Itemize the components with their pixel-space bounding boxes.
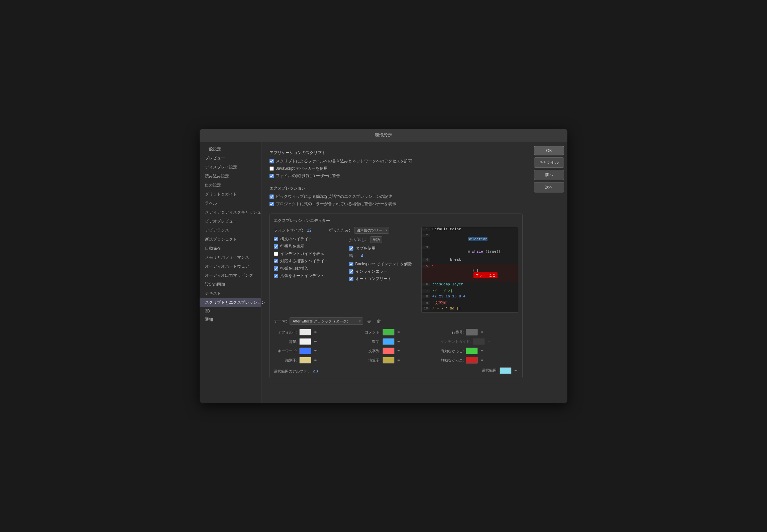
eyedropper-default[interactable]: ✒ <box>313 330 318 335</box>
color-swatch-keyword[interactable] <box>299 348 311 354</box>
sidebar-item-memory[interactable]: メモリとパフォーマンス <box>200 253 261 262</box>
color-swatch-string[interactable] <box>382 348 395 354</box>
warn-exec-row: ファイルの実行時にユーザーに警告 <box>269 173 523 179</box>
sidebar-item-grid[interactable]: グリッド＆ガイド <box>200 190 261 199</box>
line-num-2: 2 <box>422 234 430 237</box>
prev-button[interactable]: 前へ <box>534 170 564 180</box>
color-label-default: デフォルト: <box>274 330 297 335</box>
allow-files-label: スクリプトによるファイルへの書き込みとネットワークへのアクセスを許可 <box>276 158 412 164</box>
sidebar-item-text[interactable]: テキスト <box>200 289 261 298</box>
sidebar-item-notify[interactable]: 通知 <box>200 315 261 324</box>
theme-select[interactable]: After Effects クラシック（ダーク） <box>290 317 363 325</box>
inline-error-label: インラインエラー <box>355 269 388 274</box>
line-content-8: 42 23 16 15 8 4 <box>430 294 518 298</box>
fold-select[interactable]: 四角形のツリー 矢印のツリー なし <box>354 227 389 234</box>
allow-files-checkbox[interactable] <box>269 159 274 163</box>
code-line-5: 5 ➤ } } エラー：ここ <box>422 264 518 282</box>
eyedropper-keyword[interactable]: ✒ <box>313 349 318 353</box>
line-num-5: 5 <box>422 265 430 268</box>
color-label-bg: 背景: <box>274 339 297 344</box>
sidebar-item-audiohw[interactable]: オーディオハードウェア <box>200 262 261 271</box>
sidebar-item-preview[interactable]: プレビュー <box>200 154 261 163</box>
color-label-number: 数字: <box>357 339 380 344</box>
warn-exec-checkbox[interactable] <box>269 174 274 178</box>
sidebar-item-display[interactable]: ディスプレイ設定 <box>200 163 261 172</box>
color-swatch-linenum[interactable] <box>466 329 478 336</box>
eyedropper-number[interactable]: ✒ <box>397 339 401 344</box>
theme-delete-button[interactable]: 🗑 <box>375 318 382 324</box>
sidebar-item-sync[interactable]: 設定の同期 <box>200 280 261 289</box>
editor-top-row: フォントサイズ: 12 折りたたみ: 四角形のツリー 矢印のツリー なし <box>274 227 417 234</box>
color-row-comment: コメント: ✒ <box>357 329 435 336</box>
color-swatch-valid-bracket[interactable] <box>466 348 478 354</box>
color-row-keyword: キーワード: ✒ <box>274 348 352 354</box>
warn-banner-checkbox[interactable] <box>269 202 274 206</box>
code-line-3: 3 ⊟ while (true){ <box>422 245 518 258</box>
color-swatch-range[interactable] <box>500 367 512 374</box>
linenum-checkbox[interactable] <box>274 244 278 249</box>
code-line-9: 9 "文字列" <box>422 300 518 306</box>
editor-col-left: 構文のハイライト 行番号を表示 インデントガイドを表示 <box>274 236 342 283</box>
line-num-3: 3 <box>422 246 430 249</box>
sidebar-item-output[interactable]: 出力設定 <box>200 181 261 190</box>
wrap-select[interactable]: 単語 文字 なし <box>370 236 382 243</box>
color-swatch-invalid-bracket[interactable] <box>466 357 478 364</box>
sidebar-item-autosave[interactable]: 自動保存 <box>200 244 261 253</box>
eyedropper-valid-bracket[interactable]: ✒ <box>480 349 484 353</box>
eyedropper-comment[interactable]: ✒ <box>397 330 401 335</box>
indent-guide-checkbox[interactable] <box>274 252 278 256</box>
color-swatch-default[interactable] <box>299 329 311 336</box>
eyedropper-string[interactable]: ✒ <box>397 349 401 353</box>
eyedropper-invalid-bracket[interactable]: ✒ <box>480 358 484 363</box>
pickwhip-checkbox[interactable] <box>269 194 274 199</box>
code-line-2: 2 Selection <box>422 233 518 245</box>
eyedropper-range[interactable]: ✒ <box>514 368 518 373</box>
ok-button[interactable]: OK <box>534 146 564 155</box>
sidebar-item-video[interactable]: ビデオプレビュー <box>200 217 261 226</box>
sidebar-item-scripts[interactable]: スクリプトとエクスプレッション <box>200 298 261 307</box>
autocomplete-checkbox[interactable] <box>349 277 353 281</box>
highlight-checkbox[interactable] <box>274 237 278 241</box>
color-row-indent-guide: インデントガイド: ✒ <box>440 338 518 345</box>
eyedropper-linenum[interactable]: ✒ <box>480 330 484 335</box>
expressions-section: エクスプレッション ピックウィップによる簡潔な英語でのエクスプレッションの記述 … <box>269 185 523 207</box>
sidebar-item-label[interactable]: ラベル <box>200 199 261 208</box>
color-grid: デフォルト: ✒ コメント: ✒ 行番号: ✒ <box>274 329 518 364</box>
color-label-invalid-bracket: 無効なかっこ: <box>440 358 464 363</box>
sidebar-item-newproject[interactable]: 新規プロジェクト <box>200 235 261 244</box>
cancel-button[interactable]: キャンセル <box>534 157 564 168</box>
inline-error-checkbox[interactable] <box>349 269 353 274</box>
color-swatch-comment[interactable] <box>382 329 395 336</box>
sidebar-item-3d[interactable]: 3D <box>200 307 261 315</box>
color-row-linenum: 行番号: ✒ <box>440 329 518 336</box>
color-swatch-operator[interactable] <box>382 357 395 364</box>
eyedropper-operator[interactable]: ✒ <box>397 358 401 363</box>
eyedropper-bg[interactable]: ✒ <box>313 339 318 344</box>
sidebar-item-appearance[interactable]: アピアランス <box>200 226 261 235</box>
bracket-hl-checkbox[interactable] <box>274 259 278 263</box>
auto-bracket-checkbox[interactable] <box>274 266 278 271</box>
next-button[interactable]: 次へ <box>534 182 564 192</box>
sidebar-item-media[interactable]: メディア＆ディスクキャッシュ <box>200 208 261 217</box>
highlight-row: 構文のハイライト <box>274 236 342 242</box>
pickwhip-row: ピックウィップによる簡潔な英語でのエクスプレッションの記述 <box>269 194 523 200</box>
backspace-dedent-checkbox[interactable] <box>349 262 353 266</box>
color-row-identifier: 識別子: ✒ <box>274 357 352 364</box>
fold-label-text: 折りたたみ: <box>329 228 350 233</box>
eyedropper-identifier[interactable]: ✒ <box>313 358 318 363</box>
sidebar-item-general[interactable]: 一般設定 <box>200 145 261 154</box>
sidebar-item-audiomap[interactable]: オーディオ出力マッピング <box>200 271 261 280</box>
code-line-1: 1 Default Color <box>422 227 518 233</box>
color-swatch-number[interactable] <box>382 338 395 345</box>
theme-copy-button[interactable]: ⊕ <box>366 318 372 324</box>
indent-guide-label: インデントガイドを表示 <box>280 251 324 257</box>
line-content-9: "文字列" <box>430 300 518 305</box>
js-debug-checkbox[interactable] <box>269 166 274 171</box>
color-swatch-identifier[interactable] <box>299 357 311 364</box>
use-tab-checkbox[interactable] <box>349 246 353 251</box>
color-swatch-bg[interactable] <box>299 338 311 345</box>
color-swatch-indent-guide <box>473 338 485 345</box>
auto-indent-checkbox[interactable] <box>274 274 278 278</box>
sidebar-item-import[interactable]: 読み込み設定 <box>200 172 261 181</box>
wrap-row: 折り返し: 単語 文字 なし <box>349 236 418 243</box>
